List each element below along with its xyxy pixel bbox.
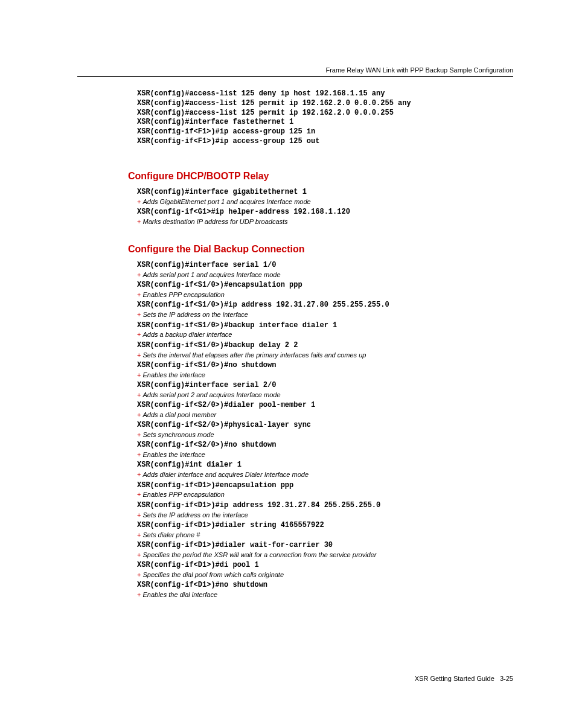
code-line: XSR(config-if<S1/0>)#ip address 192.31.2… [137, 301, 513, 310]
comment-line: + Adds GigabitEthernet port 1 and acquir… [137, 197, 513, 206]
code-line: XSR(config)#interface gigabitethernet 1 [137, 188, 513, 197]
comment-line: + Adds serial port 1 and acquires Interf… [137, 270, 513, 279]
footer-book: XSR Getting Started Guide [415, 675, 494, 682]
code-line: XSR(config)#interface serial 1/0 [137, 261, 513, 270]
header-rule [77, 76, 513, 77]
comment-text: Sets the interval that elapses after the… [142, 351, 366, 359]
comment-line: + Enables PPP encapsulation [137, 490, 513, 499]
section-heading: Configure the Dial Backup Connection [128, 244, 513, 255]
comment-line: + Sets the IP address on the interface [137, 511, 513, 519]
comment-line: + Enables the interface [137, 371, 513, 379]
code-line: XSR(config-if<S2/0>)#no shutdown [137, 441, 513, 450]
page: Frame Relay WAN Link with PPP Backup Sam… [0, 0, 576, 728]
section1-body: XSR(config)#interface gigabitethernet 1 … [137, 188, 513, 226]
code-line: XSR(config-if<F1>)#ip access-group 125 o… [137, 137, 513, 147]
page-footer: XSR Getting Started Guide 3-25 [415, 675, 513, 682]
comment-line: + Adds serial port 2 and acquires Interf… [137, 391, 513, 399]
code-line: XSR(config-if<S1/0>)#encapsulation ppp [137, 281, 513, 290]
code-line: XSR(config-if<S2/0>)#dialer pool-member … [137, 401, 513, 410]
comment-text: Specifies the dial pool from which calls… [142, 571, 284, 578]
section-heading: Configure DHCP/BOOTP Relay [128, 171, 513, 182]
comment-text: Enables the dial interface [142, 591, 217, 598]
comment-text: Adds a backup dialer interface [142, 331, 232, 338]
comment-text: Adds serial port 1 and acquires Interfac… [142, 271, 280, 278]
page-content: XSR(config)#access-list 125 deny ip host… [137, 89, 513, 601]
comment-text: Enables PPP encapsulation [142, 291, 224, 298]
code-line: XSR(config-if<G1>#ip helper-address 192.… [137, 208, 513, 217]
comment-text: Specifies the period the XSR will wait f… [142, 551, 376, 558]
code-line: XSR(config)#interface fastethernet 1 [137, 118, 513, 127]
comment-text: Enables the interface [142, 371, 205, 378]
comment-text: Adds serial port 2 and acquires Interfac… [142, 391, 280, 398]
comment-line: + Sets synchronous mode [137, 430, 513, 439]
code-line: XSR(config)#interface serial 2/0 [137, 381, 513, 391]
comment-line: + Adds a dial pool member [137, 410, 513, 419]
comment-text: Adds GigabitEthernet port 1 and acquires… [142, 198, 310, 205]
comment-line: + Enables the dial interface [137, 590, 513, 599]
code-line: XSR(config-if<D1>)#encapsulation ppp [137, 481, 513, 491]
code-line: XSR(config-if<S1/0>)#no shutdown [137, 361, 513, 371]
comment-text: Enables PPP encapsulation [142, 491, 224, 498]
comment-line: + Marks destination IP address for UDP b… [137, 217, 513, 226]
code-line: XSR(config)#access-list 125 permit ip 19… [137, 99, 513, 109]
code-line: XSR(config)#access-list 125 permit ip 19… [137, 109, 513, 118]
code-line: XSR(config-if<F1>)#ip access-group 125 i… [137, 127, 513, 137]
comment-line: + Enables the interface [137, 450, 513, 459]
code-line: XSR(config-if<S1/0>)#backup interface di… [137, 321, 513, 331]
code-line: XSR(config-if<D1>)#ip address 192.31.27.… [137, 501, 513, 511]
comment-line: + Sets dialer phone # [137, 531, 513, 539]
code-line: XSR(config)#int dialer 1 [137, 461, 513, 470]
comment-text: Sets the IP address on the interface [142, 311, 248, 318]
code-line: XSR(config-if<D1>)#dialer string 4165557… [137, 521, 513, 531]
comment-text: Marks destination IP address for UDP bro… [142, 218, 287, 225]
code-line: XSR(config-if<S2/0>)#physical-layer sync [137, 421, 513, 430]
code-line: XSR(config-if<S1/0>)#backup delay 2 2 [137, 341, 513, 351]
comment-text: Sets dialer phone # [142, 531, 200, 538]
section-heading-wrap: Configure the Dial Backup Connection [128, 244, 513, 255]
code-line: XSR(config-if<D1>)#dialer wait-for-carri… [137, 541, 513, 551]
comment-line: + Enables PPP encapsulation [137, 290, 513, 299]
comment-line: + Adds dialer interface and acquires Dia… [137, 470, 513, 479]
section-heading-wrap: Configure DHCP/BOOTP Relay [128, 171, 513, 182]
comment-line: + Specifies the dial pool from which cal… [137, 570, 513, 579]
running-header: Frame Relay WAN Link with PPP Backup Sam… [325, 66, 513, 74]
code-line: XSR(config)#access-list 125 deny ip host… [137, 89, 513, 99]
intro-block: XSR(config)#access-list 125 deny ip host… [137, 89, 513, 147]
comment-line: + Sets the IP address on the interface [137, 310, 513, 319]
section2-body: XSR(config)#interface serial 1/0 + Adds … [137, 261, 513, 599]
comment-text: Sets synchronous mode [142, 431, 214, 438]
comment-text: Sets the IP address on the interface [142, 511, 248, 519]
comment-line: + Adds a backup dialer interface [137, 330, 513, 339]
code-line: XSR(config-if<D1>)#di pool 1 [137, 561, 513, 570]
footer-page: 3-25 [500, 675, 513, 682]
comment-text: Adds dialer interface and acquires Diale… [142, 471, 309, 478]
comment-line: + Specifies the period the XSR will wait… [137, 551, 513, 559]
code-line: XSR(config-if<D1>)#no shutdown [137, 581, 513, 590]
comment-text: Enables the interface [142, 451, 205, 458]
comment-text: Adds a dial pool member [142, 411, 216, 418]
comment-line: + Sets the interval that elapses after t… [137, 351, 513, 359]
